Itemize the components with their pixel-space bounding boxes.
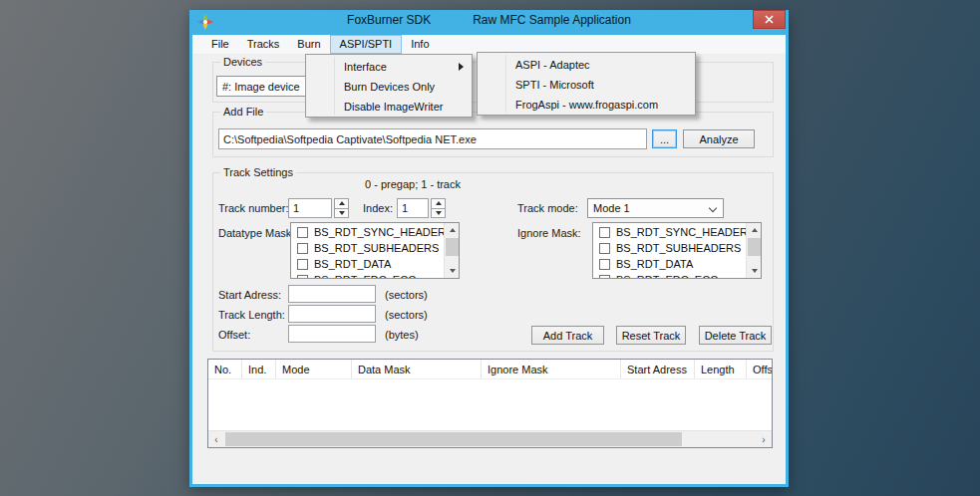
submenu-arrow-icon: [459, 63, 464, 71]
scroll-up-icon[interactable]: [747, 223, 762, 237]
index-input[interactable]: 1: [397, 198, 429, 218]
aspi-spti-menu: Interface Burn Devices Only Disable Imag…: [305, 54, 473, 118]
menu-burn[interactable]: Burn: [288, 35, 329, 54]
track-mode-value: Mode 1: [593, 202, 630, 214]
checkbox-icon[interactable]: [297, 243, 308, 254]
track-list: No. Ind. Mode Data Mask Ignore Mask Star…: [207, 359, 773, 448]
index-label: Index:: [363, 202, 393, 214]
column-header-ignore-mask[interactable]: Ignore Mask: [482, 360, 621, 378]
reset-track-button[interactable]: Reset Track: [616, 326, 686, 345]
start-adress-input[interactable]: [288, 285, 376, 303]
analyze-button[interactable]: Analyze: [683, 129, 755, 148]
column-header-offset[interactable]: Offset: [747, 360, 772, 378]
track-number-label: Track number:: [218, 202, 289, 214]
spin-up-icon[interactable]: [431, 198, 446, 209]
add-file-group-label: Add File: [220, 106, 266, 119]
offset-label: Offset:: [218, 329, 250, 341]
close-icon: [765, 15, 774, 24]
titlebar[interactable]: FoxBurner SDKRaw MFC Sample Application: [189, 10, 789, 35]
checkbox-icon[interactable]: [297, 227, 308, 238]
spin-down-icon[interactable]: [334, 209, 349, 219]
window-title: FoxBurner SDKRaw MFC Sample Application: [189, 13, 789, 27]
index-spinner[interactable]: [431, 198, 446, 218]
menu-item-disable-imagewriter[interactable]: Disable ImageWriter: [306, 97, 472, 117]
scroll-right-icon[interactable]: ›: [756, 431, 772, 447]
mask-item[interactable]: BS_RDT_SYNC_HEADER: [291, 224, 444, 240]
column-header-start-adress[interactable]: Start Adress: [621, 360, 695, 378]
mask-item[interactable]: BS_RDT_EDC_ECC: [593, 272, 746, 278]
ignore-mask-label: Ignore Mask:: [517, 227, 581, 239]
track-mode-select[interactable]: Mode 1: [587, 198, 724, 218]
menu-file[interactable]: File: [202, 35, 238, 54]
menu-item-frogaspi[interactable]: FrogAspi - www.frogaspi.com: [478, 95, 695, 115]
checkbox-icon[interactable]: [599, 243, 610, 254]
menu-item-interface[interactable]: Interface: [306, 57, 472, 77]
delete-track-button[interactable]: Delete Track: [699, 326, 772, 345]
scroll-down-icon[interactable]: [747, 264, 762, 278]
scrollbar-thumb[interactable]: [748, 238, 761, 256]
checkbox-icon[interactable]: [599, 259, 610, 270]
mask-item[interactable]: BS_RDT_EDC_ECC: [291, 272, 444, 278]
scrollbar-thumb[interactable]: [225, 432, 682, 446]
menu-item-burn-devices-only[interactable]: Burn Devices Only: [306, 77, 472, 97]
add-track-button[interactable]: Add Track: [531, 326, 604, 345]
scroll-left-icon[interactable]: ‹: [208, 431, 224, 447]
vertical-scrollbar[interactable]: [746, 223, 761, 278]
spin-down-icon[interactable]: [431, 209, 446, 219]
track-list-header: No. Ind. Mode Data Mask Ignore Mask Star…: [208, 360, 772, 379]
column-header-no[interactable]: No.: [208, 360, 242, 378]
track-number-input[interactable]: 1: [288, 198, 332, 218]
track-length-input[interactable]: [288, 305, 376, 323]
browse-button[interactable]: ...: [652, 129, 677, 148]
menu-aspi-spti[interactable]: ASPI/SPTI: [330, 35, 403, 54]
menu-info[interactable]: Info: [402, 35, 438, 54]
scrollbar-thumb[interactable]: [446, 238, 459, 256]
column-header-ind[interactable]: Ind.: [242, 360, 276, 378]
mask-item[interactable]: BS_RDT_DATA: [593, 256, 746, 272]
pregap-hint: 0 - pregap; 1 - track: [365, 178, 461, 190]
app-window: FoxBurner SDKRaw MFC Sample Application …: [189, 10, 789, 487]
offset-input[interactable]: [288, 325, 376, 343]
menu-item-spti-microsoft[interactable]: SPTI - Microsoft: [478, 75, 695, 95]
mask-item[interactable]: BS_RDT_SUBHEADERS: [291, 240, 444, 256]
track-settings-group-label: Track Settings: [220, 166, 296, 179]
column-header-mode[interactable]: Mode: [276, 360, 352, 378]
track-settings-group: Track Settings 0 - pregap; 1 - track Tra…: [212, 172, 774, 352]
datatype-mask-label: Datatype Mask:: [218, 227, 294, 239]
scroll-up-icon[interactable]: [445, 223, 460, 237]
checkbox-icon[interactable]: [599, 275, 610, 279]
mask-item[interactable]: BS_RDT_DATA: [291, 256, 444, 272]
start-adress-unit: (sectors): [385, 289, 428, 301]
start-adress-label: Start Adress:: [218, 289, 281, 301]
mask-item[interactable]: BS_RDT_SYNC_HEADER: [593, 224, 746, 240]
offset-unit: (bytes): [385, 329, 419, 341]
datatype-mask-listbox[interactable]: BS_RDT_SYNC_HEADER BS_RDT_SUBHEADERS BS_…: [290, 222, 460, 279]
track-mode-label: Track mode:: [517, 202, 578, 214]
spin-up-icon[interactable]: [334, 198, 349, 209]
column-header-length[interactable]: Length: [695, 360, 747, 378]
horizontal-scrollbar[interactable]: ‹ ›: [208, 430, 772, 447]
ignore-mask-listbox[interactable]: BS_RDT_SYNC_HEADER BS_RDT_SUBHEADERS BS_…: [592, 222, 762, 279]
devices-group-label: Devices: [220, 56, 265, 69]
menu-tracks[interactable]: Tracks: [238, 35, 289, 54]
file-path-input[interactable]: C:\Softpedia\Softpedia Captivate\Softped…: [218, 128, 647, 149]
menu-item-aspi-adaptec[interactable]: ASPI - Adaptec: [478, 55, 695, 75]
vertical-scrollbar[interactable]: [444, 223, 459, 278]
track-length-unit: (sectors): [385, 309, 428, 321]
chevron-down-icon: [709, 204, 717, 212]
device-select-value: #: Image device: [222, 81, 300, 93]
scroll-down-icon[interactable]: [445, 264, 460, 278]
column-header-data-mask[interactable]: Data Mask: [352, 360, 482, 378]
track-list-body[interactable]: [208, 380, 772, 430]
track-number-spinner[interactable]: [334, 198, 349, 218]
track-length-label: Track Length:: [218, 309, 285, 321]
add-file-group: Add File C:\Softpedia\Softpedia Captivat…: [212, 112, 774, 157]
checkbox-icon[interactable]: [297, 259, 308, 270]
checkbox-icon[interactable]: [599, 227, 610, 238]
mask-item[interactable]: BS_RDT_SUBHEADERS: [593, 240, 746, 256]
checkbox-icon[interactable]: [297, 275, 308, 279]
interface-submenu: ASPI - Adaptec SPTI - Microsoft FrogAspi…: [477, 52, 696, 116]
close-button[interactable]: [753, 10, 786, 29]
